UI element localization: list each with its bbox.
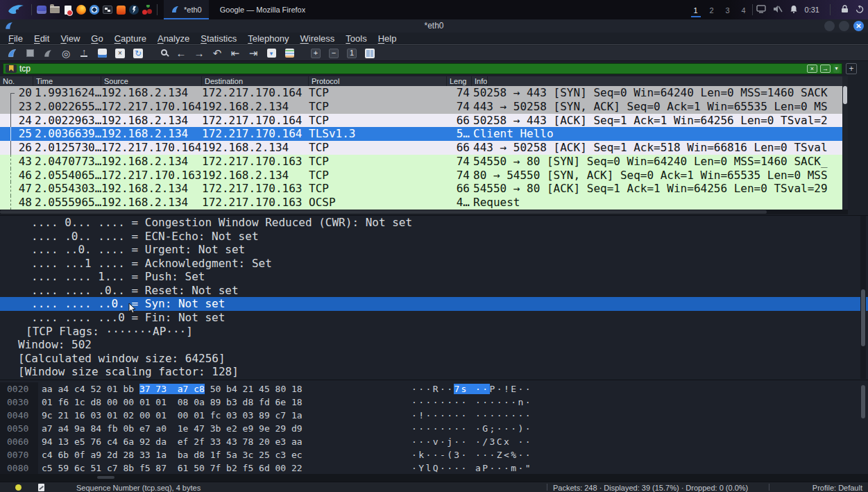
maximize-button[interactable] xyxy=(839,21,849,31)
save-file-button[interactable] xyxy=(93,46,111,60)
menu-tools[interactable]: Tools xyxy=(340,33,372,44)
find-packet-button[interactable] xyxy=(154,46,172,60)
workspace-1[interactable]: 1 xyxy=(691,2,701,17)
launcher-text-editor[interactable] xyxy=(62,1,74,18)
capture-comment-icon[interactable] xyxy=(38,484,44,491)
packet-list-header[interactable]: No.TimeSourceDestinationProtocolLengInfo xyxy=(0,76,848,86)
menu-statistics[interactable]: Statistics xyxy=(195,33,242,44)
packet-row-47[interactable]: 472.0554303…192.168.2.134172.217.170.163… xyxy=(0,182,848,196)
minimize-button[interactable] xyxy=(824,21,835,31)
scrollbar-thumb[interactable] xyxy=(861,385,865,418)
launcher-show-desktop[interactable] xyxy=(35,1,48,18)
filter-add-button[interactable]: + xyxy=(846,63,857,74)
packet-list-vertical-scrollbar[interactable] xyxy=(842,76,848,210)
packet-list-horizontal-scrollbar[interactable] xyxy=(0,210,848,214)
detail-line[interactable]: .... 0... .... = Congestion Window Reduc… xyxy=(0,216,868,230)
workspace-4[interactable]: 4 xyxy=(739,2,749,17)
workspace-2[interactable]: 2 xyxy=(707,2,717,17)
launcher-web-browser[interactable] xyxy=(88,1,101,18)
close-button[interactable]: ✕ xyxy=(853,21,864,31)
launcher-firefox-browser[interactable] xyxy=(75,1,87,18)
filter-apply-button[interactable]: → xyxy=(820,65,831,73)
go-forward-button[interactable]: → xyxy=(190,46,208,60)
hex-row-0070[interactable]: 0070c4 6b 0f a9 2d 28 33 1a ba d8 1f 5a … xyxy=(0,448,868,461)
hex-row-0020[interactable]: 0020aa a4 c4 52 01 bb 37 73 a7 c8 50 b4 … xyxy=(0,382,868,396)
detail-line[interactable]: [Window size scaling factor: 128] xyxy=(0,365,868,379)
notifications-icon[interactable] xyxy=(790,5,798,15)
packet-row-43[interactable]: 432.0470773…192.168.2.134172.217.170.163… xyxy=(0,155,848,169)
scrollbar-thumb[interactable] xyxy=(0,210,767,214)
filter-dropdown-icon[interactable]: ▾ xyxy=(833,65,840,73)
hex-row-0040[interactable]: 00409c 21 16 03 01 02 00 01 00 01 fc 03 … xyxy=(0,409,868,422)
last-packet-button[interactable]: ⇥ xyxy=(244,46,262,60)
restart-capture-button[interactable] xyxy=(39,46,57,60)
hex-row-0080[interactable]: 0080c5 59 6c 51 c7 8b f5 87 61 50 7f b2 … xyxy=(0,461,868,475)
launcher-screenshot-tool[interactable] xyxy=(101,1,114,18)
filter-bookmark-icon[interactable] xyxy=(6,65,17,73)
colorize-button[interactable] xyxy=(280,46,298,60)
menu-wireless[interactable]: Wireless xyxy=(295,33,341,44)
launcher-zaproxy[interactable] xyxy=(128,1,140,18)
detail-line[interactable]: Window: 502 xyxy=(0,338,868,352)
zoom-in-button[interactable]: + xyxy=(307,46,325,60)
hex-row-0050[interactable]: 0050a7 a4 9a 84 fb 0b e7 a0 1e 47 3b e2 … xyxy=(0,422,868,435)
open-file-button[interactable]: ↑ xyxy=(75,46,93,60)
go-to-packet-button[interactable]: ↶ xyxy=(208,46,226,60)
detail-line[interactable]: .... ..0. .... = Urgent: Not set xyxy=(0,243,868,257)
display-icon[interactable] xyxy=(756,5,766,15)
scrollbar-thumb[interactable] xyxy=(97,476,114,479)
filter-clear-button[interactable]: × xyxy=(807,65,817,73)
hex-vertical-scrollbar[interactable] xyxy=(860,382,866,473)
stop-capture-button[interactable] xyxy=(21,46,39,60)
menu-help[interactable]: Help xyxy=(373,33,402,44)
packet-row-26[interactable]: 262.0125730…172.217.170.164192.168.2.134… xyxy=(0,141,848,155)
detail-line[interactable]: .... .... .0.. = Reset: Not set xyxy=(0,284,868,298)
close-capture-button[interactable]: × xyxy=(111,46,129,60)
detail-line[interactable]: [TCP Flags: ·······AP···] xyxy=(0,325,868,339)
detail-line[interactable]: [Calculated window size: 64256] xyxy=(0,352,868,366)
column-header-source[interactable]: Source xyxy=(101,76,202,86)
column-header-leng[interactable]: Leng xyxy=(447,76,472,86)
scrollbar-thumb[interactable] xyxy=(861,289,865,346)
kali-menu-button[interactable] xyxy=(4,1,28,19)
scrollbar-thumb[interactable] xyxy=(843,86,847,104)
go-back-button[interactable]: ← xyxy=(172,46,190,60)
lock-icon[interactable] xyxy=(841,5,849,15)
display-filter-input[interactable]: tcp × → ▾ xyxy=(3,63,842,74)
clock[interactable]: 0:31 xyxy=(805,6,819,14)
menu-file[interactable]: File xyxy=(3,33,28,44)
workspace-3[interactable]: 3 xyxy=(723,2,733,17)
zoom-original-button[interactable]: 1 xyxy=(343,46,361,60)
power-icon[interactable] xyxy=(856,5,864,15)
column-header-protocol[interactable]: Protocol xyxy=(309,76,447,86)
column-header-info[interactable]: Info xyxy=(472,76,488,86)
packet-row-48[interactable]: 482.0555965…192.168.2.134172.217.170.163… xyxy=(0,196,848,210)
taskbar-task--eth0[interactable]: *eth0 xyxy=(164,0,209,19)
audio-muted-icon[interactable] xyxy=(773,5,783,15)
column-header-destination[interactable]: Destination xyxy=(202,76,309,86)
reload-file-button[interactable]: ↻ xyxy=(129,46,147,60)
window-titlebar[interactable]: *eth0 ✕ xyxy=(0,19,868,33)
first-packet-button[interactable]: ⇤ xyxy=(226,46,244,60)
menu-capture[interactable]: Capture xyxy=(109,33,152,44)
resize-columns-button[interactable] xyxy=(361,46,379,60)
detail-line[interactable]: .... .... ..0. = Syn: Not set xyxy=(0,297,868,311)
detail-line[interactable]: .... .0.. .... = ECN-Echo: Not set xyxy=(0,230,868,244)
packet-row-25[interactable]: 252.0036639…192.168.2.134172.217.170.164… xyxy=(0,127,848,141)
detail-line[interactable]: .... .... ...0 = Fin: Not set xyxy=(0,311,868,325)
menu-telephony[interactable]: Telephony xyxy=(242,33,294,44)
detail-line[interactable]: .... .... 1... = Push: Set xyxy=(0,270,868,284)
menu-go[interactable]: Go xyxy=(85,33,108,44)
start-capture-button[interactable] xyxy=(3,46,21,60)
launcher-file-manager[interactable] xyxy=(49,1,61,18)
details-vertical-scrollbar[interactable] xyxy=(860,216,866,379)
menu-analyze[interactable]: Analyze xyxy=(152,33,195,44)
detail-line[interactable]: .... ...1 .... = Acknowledgment: Set xyxy=(0,257,868,271)
taskbar-task-google-mozilla-firefox[interactable]: Google — Mozilla Firefox xyxy=(209,0,313,19)
menu-view[interactable]: View xyxy=(55,33,85,44)
menu-edit[interactable]: Edit xyxy=(28,33,55,44)
auto-scroll-button[interactable]: ▾ xyxy=(262,46,280,60)
column-header-no[interactable]: No. xyxy=(0,76,33,86)
packet-row-24[interactable]: 242.0022963…192.168.2.134172.217.170.164… xyxy=(0,114,848,128)
launcher-cherrytree[interactable] xyxy=(141,1,153,18)
